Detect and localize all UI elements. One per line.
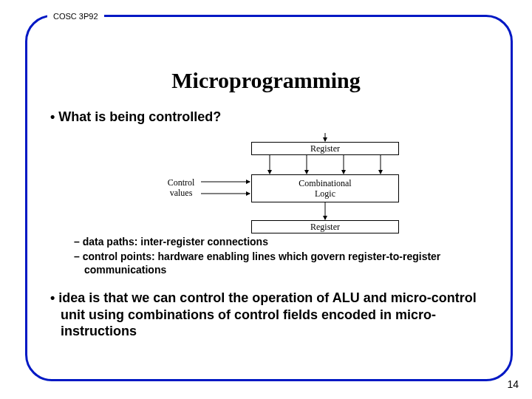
sub-bullet-list: data paths: inter-register connections c…: [74, 235, 488, 279]
ctrl-line1: Control: [168, 177, 195, 188]
page-number: 14: [507, 378, 519, 390]
register-top-box: Register: [251, 142, 399, 155]
combinational-logic-box: Combinational Logic: [251, 174, 399, 202]
datapath-diagram: Register Combinational Logic Register Co…: [133, 133, 414, 229]
ctrl-line2: values: [170, 188, 193, 198]
register-bottom-box: Register: [251, 220, 399, 233]
comb-line2: Logic: [315, 188, 335, 199]
sub-bullet-1: data paths: inter-register connections: [74, 235, 488, 248]
slide-title: Microprogramming: [0, 68, 532, 93]
comb-line1: Combinational: [299, 178, 351, 188]
sub-bullet-2: control points: hardware enabling lines …: [74, 250, 488, 276]
control-values-label: Control values: [163, 177, 200, 198]
course-code: COSC 3P92: [47, 12, 104, 21]
bullet-main-1: What is being controlled?: [50, 109, 221, 125]
bullet-main-2: idea is that we can control the operatio…: [50, 290, 494, 340]
